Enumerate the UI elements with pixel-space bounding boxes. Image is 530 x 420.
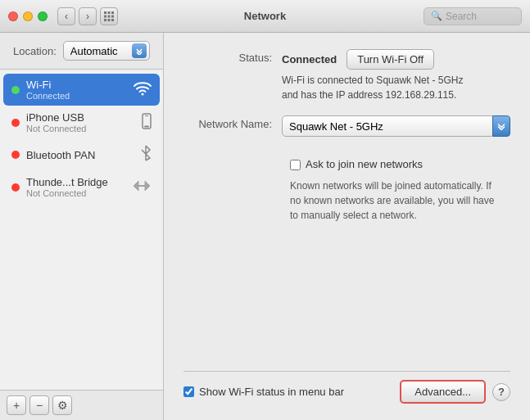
remove-network-button[interactable]: −	[29, 395, 49, 415]
location-bar: Location: Automatic	[0, 33, 163, 70]
network-name-wifi: Wi-Fi	[26, 79, 127, 91]
bridge-icon	[132, 179, 152, 196]
location-label: Location:	[13, 45, 57, 57]
svg-rect-12	[144, 125, 149, 127]
status-dot-bluetooth	[11, 151, 20, 159]
location-select[interactable]: Automatic	[63, 41, 150, 61]
help-button[interactable]: ?	[492, 383, 510, 401]
network-name-form-row: Network Name: Squawk Net - 5GHz	[183, 115, 510, 137]
forward-button[interactable]: ›	[79, 7, 97, 25]
network-name-bluetooth: Bluetooth PAN	[26, 149, 134, 161]
svg-marker-14	[145, 181, 150, 191]
phone-icon	[142, 113, 152, 133]
maximize-button[interactable]	[38, 11, 48, 21]
add-network-button[interactable]: +	[7, 395, 26, 415]
known-networks-description: Known networks will be joined automatica…	[290, 178, 510, 223]
ask-join-area: Ask to join new networks Known networks …	[290, 150, 510, 223]
status-connected-text: Connected	[282, 53, 337, 65]
network-select-arrow-icon	[492, 115, 510, 137]
title-bar: ‹ › Network 🔍 Search	[0, 0, 530, 33]
network-item-bridge[interactable]: Thunde...t Bridge Not Connected	[3, 171, 160, 203]
status-label: Status:	[183, 49, 282, 64]
network-list: Wi-Fi Connected iPhone USB No	[0, 70, 163, 390]
status-row: Connected Turn Wi-Fi Off	[282, 49, 510, 70]
wifi-icon	[134, 81, 152, 99]
location-wrapper: Automatic	[63, 41, 150, 61]
turn-wifi-off-button[interactable]: Turn Wi-Fi Off	[347, 49, 434, 70]
traffic-lights	[8, 11, 48, 21]
svg-rect-0	[104, 11, 106, 14]
search-box[interactable]: 🔍 Search	[424, 7, 522, 25]
svg-rect-3	[104, 15, 106, 17]
status-form-row: Status: Connected Turn Wi-Fi Off Wi-Fi i…	[183, 49, 510, 102]
svg-rect-1	[108, 11, 111, 14]
ask-to-join-checkbox[interactable]	[290, 160, 301, 170]
settings-button[interactable]: ⚙	[52, 395, 72, 415]
ask-to-join-label: Ask to join new networks	[306, 158, 423, 170]
network-name-wrapper: Squawk Net - 5GHz	[282, 115, 510, 137]
back-button[interactable]: ‹	[57, 7, 75, 25]
svg-rect-7	[108, 19, 111, 21]
svg-rect-2	[111, 11, 114, 14]
network-name-label: Network Name:	[183, 115, 282, 130]
network-name-iphone: iPhone USB	[26, 111, 135, 124]
advanced-button[interactable]: Advanced...	[400, 380, 486, 404]
network-info-bluetooth: Bluetooth PAN	[26, 149, 134, 161]
svg-rect-5	[111, 15, 114, 17]
search-icon: 🔍	[431, 11, 442, 21]
bluetooth-icon	[140, 144, 152, 165]
network-info-bridge: Thunde...t Bridge Not Connected	[26, 176, 125, 198]
show-wifi-label: Show Wi-Fi status in menu bar	[199, 386, 344, 398]
grid-button[interactable]	[100, 7, 118, 25]
svg-rect-6	[104, 19, 106, 21]
svg-marker-13	[134, 181, 138, 191]
svg-rect-4	[108, 15, 111, 17]
ask-to-join-row: Ask to join new networks	[290, 158, 510, 170]
show-wifi-checkbox[interactable]	[183, 386, 194, 397]
minimize-button[interactable]	[23, 11, 33, 21]
content-area: Location: Automatic Wi-Fi	[0, 33, 530, 420]
status-dot-wifi	[11, 86, 20, 94]
status-description: Wi-Fi is connected to Squawk Net - 5GHza…	[282, 73, 510, 102]
close-button[interactable]	[8, 11, 18, 21]
show-wifi-area: Show Wi-Fi status in menu bar	[183, 386, 400, 398]
svg-rect-8	[111, 19, 114, 21]
network-name-select[interactable]: Squawk Net - 5GHz	[282, 115, 495, 137]
network-status-wifi: Connected	[26, 91, 127, 101]
network-name-bridge: Thunde...t Bridge	[26, 176, 125, 188]
network-name-value: Squawk Net - 5GHz	[282, 115, 510, 137]
network-info-iphone: iPhone USB Not Connected	[26, 111, 135, 133]
sidebar-footer: + − ⚙	[0, 390, 163, 420]
svg-point-9	[142, 93, 144, 95]
network-status-bridge: Not Connected	[26, 188, 125, 198]
main-panel: Status: Connected Turn Wi-Fi Off Wi-Fi i…	[164, 33, 530, 420]
window-title: Network	[244, 10, 286, 22]
gear-icon: ⚙	[57, 399, 68, 412]
network-item-wifi[interactable]: Wi-Fi Connected	[3, 74, 160, 106]
network-item-bluetooth[interactable]: Bluetooth PAN	[3, 139, 160, 170]
status-dot-bridge	[11, 183, 20, 192]
network-item-iphone[interactable]: iPhone USB Not Connected	[3, 106, 160, 138]
sidebar: Location: Automatic Wi-Fi	[0, 33, 164, 420]
bottom-row: Show Wi-Fi status in menu bar Advanced..…	[183, 371, 510, 404]
search-placeholder: Search	[446, 11, 477, 22]
status-dot-iphone	[11, 119, 20, 127]
network-status-iphone: Not Connected	[26, 124, 135, 133]
status-value-area: Connected Turn Wi-Fi Off Wi-Fi is connec…	[282, 49, 510, 102]
network-info-wifi: Wi-Fi Connected	[26, 79, 127, 101]
